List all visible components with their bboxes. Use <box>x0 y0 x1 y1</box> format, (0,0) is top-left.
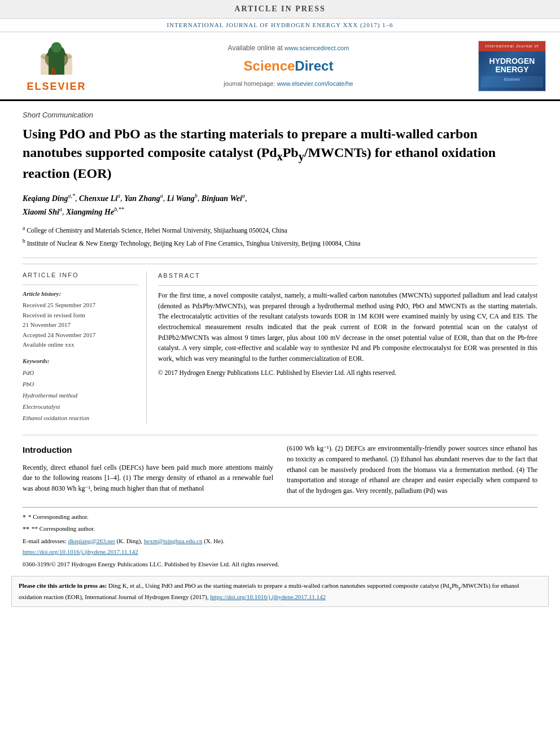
email1-link[interactable]: dkeqiang@263.net <box>68 538 115 544</box>
footnote-star-2: ** <box>23 524 29 535</box>
email2-name: (X. He). <box>204 538 224 544</box>
keyword-3: Hydrothermal method <box>23 390 138 401</box>
article-in-press-banner: ARTICLE IN PRESS <box>0 0 560 19</box>
journal-cover-area: International Journal of HYDROGENENERGY … <box>475 38 549 94</box>
introduction-section: Introduction Recently, direct ethanol fu… <box>23 435 537 496</box>
keywords-label: Keywords: <box>23 357 138 365</box>
info-abstract-section: ARTICLE INFO Article history: Received 2… <box>23 264 537 423</box>
email2-link[interactable]: hexm@tsinghua.edu.cn <box>144 538 203 544</box>
keywords-section: Keywords: PdO PbO Hydrothermal method El… <box>23 357 138 423</box>
received-revised-date: 21 November 2017 <box>23 320 138 330</box>
accepted-date: Accepted 24 November 2017 <box>23 330 138 340</box>
divider-info-abstract <box>23 257 537 258</box>
sciencedirect-logo: ScienceDirect <box>244 56 334 76</box>
intro-heading: Introduction <box>23 443 273 456</box>
author-7: Xiangming He <box>66 208 114 216</box>
issn-line: 0360-3199/© 2017 Hydrogen Energy Publica… <box>23 560 537 570</box>
intro-left-col: Introduction Recently, direct ethanol fu… <box>23 443 273 496</box>
author-6: Xiaomi Shi <box>23 208 59 216</box>
footnote-star-1: * <box>23 512 26 523</box>
journal-homepage-line: journal homepage: www.elsevier.com/locat… <box>224 78 353 89</box>
svg-point-8 <box>64 54 72 59</box>
keyword-1: PdO <box>23 368 138 379</box>
svg-rect-6 <box>64 56 72 75</box>
corresponding-author-label: * Corresponding author. <box>28 512 89 522</box>
email-label: E-mail addresses: <box>23 538 67 544</box>
citation-box-label: Please cite this article in press as: <box>19 582 108 589</box>
footnote-corresponding: * * Corresponding author. <box>23 512 537 523</box>
header-section: ELSEVIER Available online at www.science… <box>0 32 560 101</box>
email-line: E-mail addresses: dkeqiang@263.net (K. D… <box>23 536 537 547</box>
affiliation-b: b Institute of Nuclear & New Energy Tech… <box>23 237 537 248</box>
doi-link[interactable]: https://doi.org/10.1016/j.ijhydene.2017.… <box>23 548 138 555</box>
abstract-copyright: © 2017 Hydrogen Energy Publications LLC.… <box>158 368 537 378</box>
article-title: Using PdO and PbO as the starting materi… <box>23 125 537 182</box>
keywords-list: PdO PbO Hydrothermal method Electrocatal… <box>23 368 138 423</box>
doi-line: https://doi.org/10.1016/j.ijhydene.2017.… <box>23 547 537 557</box>
article-history-label: Article history: <box>23 290 138 298</box>
abstract-text: For the first time, a novel composite ca… <box>158 290 537 364</box>
article-info-header: ARTICLE INFO <box>23 271 138 279</box>
author-4: Li Wang <box>167 194 195 203</box>
elsevier-tree-icon <box>28 38 85 77</box>
affiliations: a College of Chemistry and Materials Sci… <box>23 224 537 248</box>
author-5: Binjuan Wei <box>202 194 242 203</box>
keyword-5: Ethanol oxidation reaction <box>23 413 138 424</box>
header-center: Available online at www.sciencedirect.co… <box>107 38 470 94</box>
intro-two-col: Introduction Recently, direct ethanol fu… <box>23 443 537 496</box>
svg-point-4 <box>51 42 62 53</box>
intro-right-col: (6100 Wh kg⁻¹). (2) DEFCs are environmen… <box>287 443 537 496</box>
authors-line: Keqiang Dinga,*, Chenxue Lia, Yan Zhanga… <box>23 191 537 219</box>
footnote-co-corresponding: ** ** Corresponding author. <box>23 524 537 535</box>
svg-point-7 <box>41 54 48 59</box>
abstract-col: ABSTRACT For the first time, a novel com… <box>158 271 537 423</box>
keyword-2: PbO <box>23 379 138 390</box>
elsevier-logo-area: ELSEVIER <box>11 38 102 94</box>
author-2: Chenxue Li <box>79 194 117 203</box>
journal-homepage-url[interactable]: www.elsevier.com/locate/he <box>277 80 353 87</box>
author-1: Keqiang Ding <box>23 194 68 203</box>
email1-name: (K. Ding), <box>117 538 143 544</box>
intro-left-text: Recently, direct ethanol fuel cells (DEF… <box>23 462 273 494</box>
svg-rect-5 <box>41 56 49 75</box>
citation-doi-link[interactable]: https://doi.org/10.1016/j.ijhydene.2017.… <box>210 593 326 600</box>
affiliation-a: a College of Chemistry and Materials Sci… <box>23 224 537 235</box>
received-revised-label: Received in revised form <box>23 311 138 321</box>
co-corresponding-author-label: ** Corresponding author. <box>32 524 95 534</box>
intro-right-text: (6100 Wh kg⁻¹). (2) DEFCs are environmen… <box>287 443 537 496</box>
article-info-col: ARTICLE INFO Article history: Received 2… <box>23 271 147 423</box>
section-type: Short Communication <box>23 110 537 120</box>
abstract-header: ABSTRACT <box>158 271 537 281</box>
available-online-label: Available online at www.sciencedirect.co… <box>228 43 349 53</box>
journal-title-bar: INTERNATIONAL JOURNAL OF HYDROGEN ENERGY… <box>0 19 560 32</box>
footnotes-section: * * Corresponding author. ** ** Correspo… <box>23 507 537 569</box>
author-3: Yan Zhang <box>124 194 160 203</box>
received-date: Received 25 September 2017 <box>23 300 138 311</box>
elsevier-wordmark: ELSEVIER <box>27 80 86 94</box>
citation-box: Please cite this article in press as: Di… <box>11 576 549 606</box>
journal-cover: International Journal of HYDROGENENERGY … <box>478 41 546 91</box>
available-online: Available online xxx <box>23 340 138 350</box>
sciencedirect-url[interactable]: www.sciencedirect.com <box>285 45 349 51</box>
keyword-4: Electrocatalyst <box>23 401 138 413</box>
main-content: Short Communication Using PdO and PbO as… <box>0 101 560 569</box>
